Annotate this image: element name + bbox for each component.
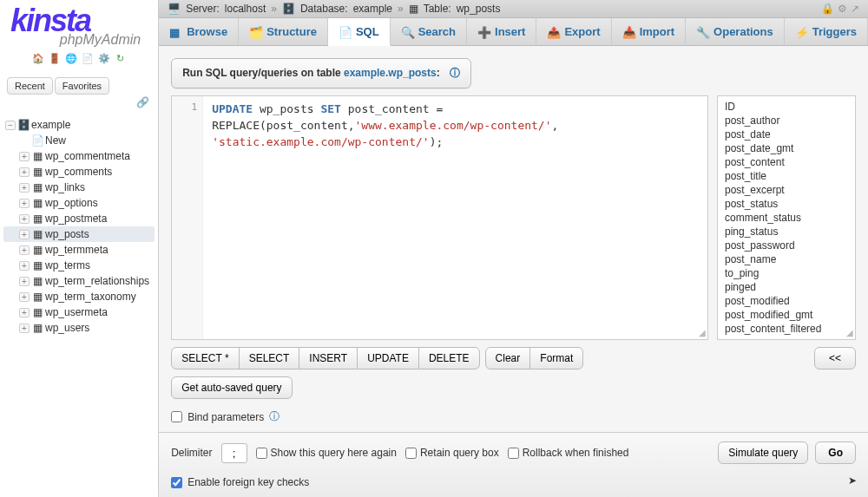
tree-table-wp_term_taxonomy[interactable]: +▦wp_term_taxonomy: [3, 289, 155, 304]
lock-icon[interactable]: 🔒: [821, 3, 834, 15]
expand-icon[interactable]: +: [19, 308, 30, 317]
reload-icon[interactable]: ↻: [114, 51, 128, 65]
expand-icon[interactable]: +: [19, 277, 30, 286]
columns-panel[interactable]: IDpost_authorpost_datepost_date_gmtpost_…: [717, 95, 856, 340]
column-comment_status[interactable]: comment_status: [725, 211, 848, 225]
column-post_status[interactable]: post_status: [725, 197, 848, 211]
table-icon: ▦: [31, 322, 43, 334]
resize-handle[interactable]: ◢: [846, 328, 853, 337]
settings-icon[interactable]: ⚙️: [97, 51, 111, 65]
run-target[interactable]: example.wp_posts: [344, 67, 437, 79]
tree-table-wp_users[interactable]: +▦wp_users: [3, 320, 155, 336]
tab-search[interactable]: 🔍Search: [391, 18, 467, 45]
tree-new[interactable]: 📄 New: [3, 133, 155, 148]
tab-favorites[interactable]: Favorites: [55, 77, 109, 95]
column-post_modified[interactable]: post_modified: [725, 294, 848, 308]
insert-button[interactable]: INSERT: [299, 347, 358, 369]
column-post_name[interactable]: post_name: [725, 252, 848, 266]
sql-code[interactable]: UPDATE wp_posts SET post_content = REPLA…: [203, 96, 707, 339]
expand-icon[interactable]: +: [19, 324, 30, 333]
bind-params-checkbox[interactable]: [171, 411, 182, 422]
breadcrumb-server[interactable]: localhost: [225, 3, 266, 15]
expand-icon[interactable]: +: [19, 292, 30, 302]
clear-button[interactable]: Clear: [485, 347, 531, 369]
exit-icon[interactable]: 🚪: [48, 51, 62, 65]
column-post_excerpt[interactable]: post_excerpt: [725, 183, 848, 197]
tree-table-wp_links[interactable]: +▦wp_links: [3, 180, 155, 195]
select-star-button[interactable]: SELECT *: [171, 347, 239, 369]
retain-checkbox[interactable]: [405, 448, 417, 459]
update-button[interactable]: UPDATE: [357, 347, 419, 369]
breadcrumb-table[interactable]: wp_posts: [457, 3, 501, 15]
rollback-checkbox[interactable]: [508, 448, 519, 459]
show-again-checkbox[interactable]: [256, 448, 267, 459]
autosave-button[interactable]: Get auto-saved query: [171, 376, 292, 399]
table-icon: ▦: [31, 244, 43, 256]
tab-recent[interactable]: Recent: [7, 77, 53, 95]
column-post_password[interactable]: post_password: [725, 239, 848, 252]
tree-table-wp_usermeta[interactable]: +▦wp_usermeta: [3, 304, 155, 320]
column-ID[interactable]: ID: [725, 100, 848, 114]
column-post_content[interactable]: post_content: [725, 155, 848, 169]
collapse-icon[interactable]: −: [5, 121, 16, 130]
expand-icon[interactable]: +: [19, 214, 30, 224]
tree-table-wp_comments[interactable]: +▦wp_comments: [3, 164, 155, 180]
fk-checkbox[interactable]: [171, 477, 182, 488]
tree-table-wp_postmeta[interactable]: +▦wp_postmeta: [3, 211, 155, 226]
delete-button[interactable]: DELETE: [418, 347, 480, 369]
breadcrumb-db[interactable]: example: [353, 3, 392, 15]
home-icon[interactable]: 🏠: [31, 51, 45, 65]
tab-import[interactable]: 📥Import: [612, 18, 686, 45]
expand-icon[interactable]: ↗: [851, 3, 859, 15]
column-post_date[interactable]: post_date: [725, 128, 848, 141]
expand-icon[interactable]: +: [19, 199, 30, 208]
table-icon: ▦: [31, 181, 43, 193]
delimiter-input[interactable]: [221, 443, 247, 463]
tab-export[interactable]: 📤Export: [536, 18, 611, 45]
simulate-button[interactable]: Simulate query: [718, 441, 808, 464]
tab-operations[interactable]: 🔧Operations: [686, 18, 785, 45]
tree-table-wp_terms[interactable]: +▦wp_terms: [3, 258, 155, 273]
column-post_modified_gmt[interactable]: post_modified_gmt: [725, 308, 848, 322]
expand-icon[interactable]: +: [19, 152, 30, 161]
expand-icon[interactable]: +: [19, 230, 30, 239]
column-ping_status[interactable]: ping_status: [725, 225, 848, 239]
docs-icon[interactable]: 📄: [81, 51, 95, 65]
tree-table-wp_posts[interactable]: +▦wp_posts: [3, 226, 155, 242]
side-tabs: Recent Favorites: [0, 74, 158, 98]
tab-sql[interactable]: 📄SQL: [328, 18, 391, 46]
select-button[interactable]: SELECT: [239, 347, 300, 369]
go-button[interactable]: Go: [815, 441, 856, 464]
format-button[interactable]: Format: [529, 347, 583, 369]
help-icon[interactable]: ⓘ: [450, 67, 460, 79]
tree-table-wp_commentmeta[interactable]: +▦wp_commentmeta: [3, 148, 155, 164]
expand-icon[interactable]: +: [19, 167, 30, 177]
tab-browse[interactable]: ▦Browse: [159, 18, 239, 45]
column-post_date_gmt[interactable]: post_date_gmt: [725, 141, 848, 155]
column-post_content_filtered[interactable]: post_content_filtered: [725, 322, 848, 336]
tab-search-label: Search: [418, 25, 456, 38]
tab-structure[interactable]: 🗂️Structure: [239, 18, 328, 45]
tab-triggers[interactable]: ⚡Triggers: [785, 18, 868, 45]
tree-table-wp_options[interactable]: +▦wp_options: [3, 195, 155, 211]
collapse-columns-button[interactable]: <<: [814, 347, 856, 369]
query-template-group: SELECT * SELECT INSERT UPDATE DELETE: [171, 347, 479, 369]
expand-icon[interactable]: +: [19, 261, 30, 271]
sql-icon: 📄: [339, 26, 351, 38]
expand-icon[interactable]: +: [19, 183, 30, 193]
gear-icon[interactable]: ⚙: [838, 3, 847, 15]
column-post_title[interactable]: post_title: [725, 169, 848, 183]
column-pinged[interactable]: pinged: [725, 280, 848, 294]
column-to_ping[interactable]: to_ping: [725, 266, 848, 280]
resize-handle[interactable]: ◢: [699, 328, 706, 337]
tree-table-wp_termmeta[interactable]: +▦wp_termmeta: [3, 242, 155, 258]
link-icon[interactable]: 🔗: [0, 96, 158, 108]
tab-insert[interactable]: ➕Insert: [467, 18, 536, 45]
globe-icon[interactable]: 🌐: [64, 51, 78, 65]
sql-editor[interactable]: 1 UPDATE wp_posts SET post_content = REP…: [171, 95, 708, 340]
expand-icon[interactable]: +: [19, 245, 30, 255]
help-icon[interactable]: ⓘ: [269, 409, 279, 424]
column-post_author[interactable]: post_author: [725, 114, 848, 128]
tree-table-wp_term_relationships[interactable]: +▦wp_term_relationships: [3, 273, 155, 289]
tree-db[interactable]: − 🗄️ example: [3, 117, 155, 133]
